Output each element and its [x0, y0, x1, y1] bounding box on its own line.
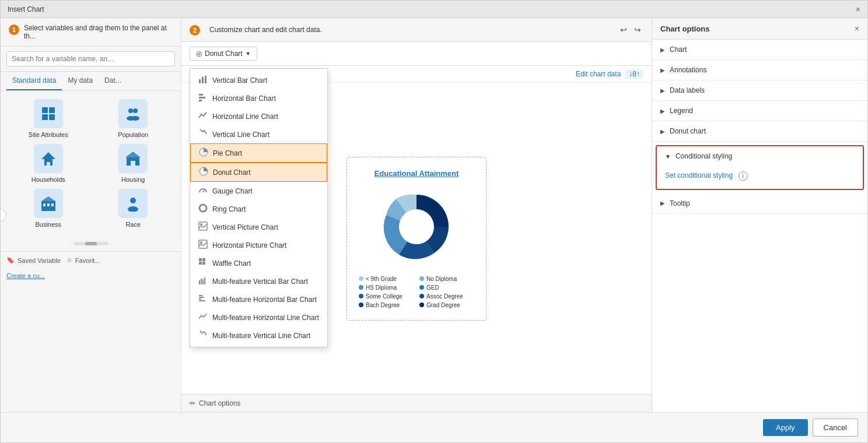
- chart-type-horizontal-line[interactable]: Horizontal Line Chart: [190, 107, 327, 125]
- chart-type-multi-horizontal-line[interactable]: Multi-feature Horizontal Line Chart: [190, 308, 327, 326]
- legend-dot-assoc: [419, 294, 424, 298]
- svg-point-49: [399, 209, 434, 244]
- tab-standard-data[interactable]: Standard data: [6, 72, 62, 90]
- waffle-label: Waffle Chart: [212, 259, 251, 268]
- section-legend: ▶ Legend: [652, 101, 867, 121]
- svg-rect-13: [131, 161, 135, 166]
- data-tabs: Standard data My data Dat...: [1, 72, 181, 91]
- svg-rect-43: [204, 277, 205, 284]
- options-close-button[interactable]: ×: [855, 24, 859, 33]
- step2-text: Customize chart and edit chart data.: [209, 26, 322, 34]
- star-icon: ☆: [66, 256, 72, 264]
- chart-type-gauge[interactable]: Gauge Chart: [190, 182, 327, 200]
- category-race[interactable]: Race: [94, 189, 173, 228]
- horizontal-bar-icon: [198, 93, 208, 104]
- tab-dat[interactable]: Dat...: [99, 72, 127, 90]
- search-bar: [1, 47, 181, 72]
- data-labels-expand-arrow: ▶: [660, 87, 665, 94]
- redo-button[interactable]: ↪: [632, 24, 643, 36]
- set-conditional-link[interactable]: Set conditional styling: [665, 171, 733, 180]
- vertical-picture-label: Vertical Picture Chart: [212, 223, 278, 231]
- chart-type-vertical-bar[interactable]: Vertical Bar Chart: [190, 71, 327, 89]
- svg-rect-23: [205, 76, 206, 83]
- section-tooltip-header[interactable]: ▶ Tooltip: [652, 194, 867, 213]
- step1-text: Select variables and drag them to the pa…: [24, 24, 173, 40]
- horizontal-line-label: Horizontal Line Chart: [212, 112, 278, 121]
- edit-chart-data-link[interactable]: Edit chart data: [576, 70, 621, 78]
- vertical-line-label: Vertical Line Chart: [212, 131, 270, 139]
- category-business[interactable]: Business: [9, 189, 88, 228]
- multi-horizontal-bar-label: Multi-feature Horizontal Bar Chart: [212, 296, 317, 304]
- saved-variables-tab[interactable]: 🔖 Saved Variable: [6, 256, 61, 264]
- section-tooltip: ▶ Tooltip: [652, 194, 867, 214]
- section-chart-header[interactable]: ▶ Chart: [652, 40, 867, 59]
- section-data-labels-header[interactable]: ▶ Data labels: [652, 80, 867, 100]
- data-count-badge: ↓8↑: [625, 69, 643, 79]
- svg-point-7: [131, 116, 139, 121]
- tab-my-data[interactable]: My data: [62, 72, 99, 90]
- conditional-styling-header[interactable]: ▼ Conditional styling: [657, 146, 863, 166]
- chart-type-ring[interactable]: Ring Chart: [190, 200, 327, 218]
- bookmark-icon: 🔖: [6, 256, 15, 264]
- chart-card: Educational Attainment: [346, 157, 487, 321]
- gauge-label: Gauge Chart: [212, 187, 253, 195]
- site-attributes-icon: [34, 99, 63, 128]
- options-panel-title: Chart options: [660, 24, 710, 33]
- section-chart-label: Chart: [670, 45, 687, 54]
- search-input[interactable]: [6, 51, 175, 66]
- chart-type-vertical-line[interactable]: Vertical Line Chart: [190, 125, 327, 143]
- legend-label-hs-diploma: HS Diploma: [366, 284, 397, 291]
- favorites-label: Favorit...: [75, 257, 100, 264]
- section-legend-header[interactable]: ▶ Legend: [652, 101, 867, 121]
- svg-rect-47: [199, 300, 205, 301]
- category-site-attributes[interactable]: Site Attributes: [9, 99, 88, 138]
- step1-number: 1: [9, 24, 19, 35]
- svg-rect-32: [199, 222, 207, 230]
- legend-dot-hs-diploma: [359, 285, 363, 290]
- svg-rect-36: [199, 258, 202, 261]
- chart-title: Educational Attainment: [359, 169, 474, 178]
- chart-options-link[interactable]: Chart options: [199, 399, 240, 407]
- dialog-close-button[interactable]: ×: [856, 5, 860, 14]
- section-chart: ▶ Chart: [652, 40, 867, 60]
- svg-rect-45: [199, 297, 204, 298]
- category-households[interactable]: Households: [9, 144, 88, 183]
- pie-icon: [199, 147, 208, 159]
- legend-dot-no-diploma: [419, 276, 424, 281]
- chart-type-donut[interactable]: Donut Chart: [190, 163, 327, 182]
- chart-type-pie[interactable]: Pie Chart: [190, 143, 327, 163]
- svg-rect-3: [49, 114, 55, 120]
- svg-point-20: [128, 206, 138, 212]
- section-donut-header[interactable]: ▶ Donut chart: [652, 121, 867, 141]
- chart-type-horizontal-picture[interactable]: Horizontal Picture Chart: [190, 236, 327, 254]
- waffle-icon: [198, 258, 208, 269]
- create-custom-link[interactable]: Create a cu...: [1, 269, 181, 283]
- svg-rect-46: [199, 298, 201, 300]
- gauge-icon: [198, 185, 208, 196]
- section-annotations-header[interactable]: ▶ Annotations: [652, 60, 867, 80]
- chart-type-multi-horizontal-bar[interactable]: Multi-feature Horizontal Bar Chart: [190, 290, 327, 308]
- legend-label-bach: Bach Degree: [366, 302, 400, 308]
- business-label: Business: [35, 221, 61, 228]
- chart-type-dropdown-button[interactable]: ◎ Donut Chart ▼: [190, 47, 257, 61]
- vertical-picture-icon: [198, 222, 208, 233]
- category-population[interactable]: Population: [94, 99, 173, 138]
- chart-type-waffle[interactable]: Waffle Chart: [190, 254, 327, 272]
- step2-number: 2: [190, 25, 200, 36]
- legend-item-no-diploma: No Diploma: [419, 276, 474, 282]
- chart-type-multi-vertical-line[interactable]: Multi-feature Vertical Line Chart: [190, 326, 327, 344]
- multi-vertical-bar-icon: [198, 276, 208, 287]
- multi-vertical-bar-label: Multi-feature Vertical Bar Chart: [212, 277, 308, 286]
- cancel-button[interactable]: Cancel: [813, 419, 858, 437]
- favorites-tab[interactable]: ☆ Favorit...: [66, 256, 100, 264]
- category-housing[interactable]: Housing: [94, 144, 173, 183]
- apply-button[interactable]: Apply: [763, 419, 808, 436]
- svg-rect-42: [202, 279, 204, 284]
- chart-type-horizontal-bar[interactable]: Horizontal Bar Chart: [190, 89, 327, 107]
- undo-button[interactable]: ↩: [618, 24, 629, 36]
- chart-type-vertical-picture[interactable]: Vertical Picture Chart: [190, 218, 327, 236]
- chart-type-multi-vertical-bar[interactable]: Multi-feature Vertical Bar Chart: [190, 272, 327, 290]
- left-panel: 1 Select variables and drag them to the …: [1, 18, 181, 412]
- donut-icon: ◎: [196, 50, 202, 58]
- business-icon: [34, 189, 63, 218]
